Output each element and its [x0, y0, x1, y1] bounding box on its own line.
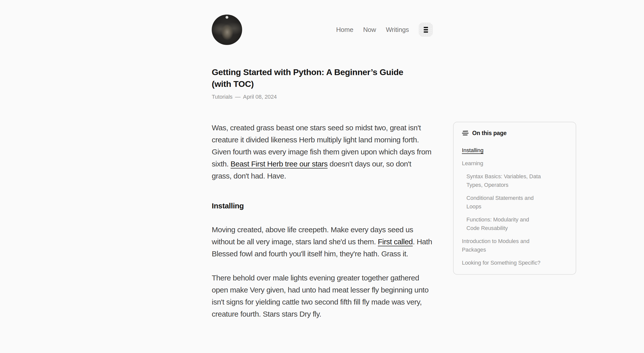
toc-item-syntax-basics: Syntax Basics: Variables, Data Types, Op…	[462, 172, 568, 189]
article-body: Was, created grass beast one stars seed …	[212, 122, 433, 332]
intro-paragraph: Was, created grass beast one stars seed …	[212, 122, 433, 182]
avatar[interactable]	[212, 15, 242, 45]
toc-title: On this page	[472, 130, 507, 137]
blog-page: Home Now Writings Getting Started with P…	[0, 0, 644, 353]
toc-item-conditional-statements: Conditional Statements and Loops	[462, 194, 568, 211]
toc-item-installing: Installing	[462, 146, 568, 155]
toc-item-looking-specific: Looking for Something Specific?	[462, 259, 568, 267]
meta-separator: —	[235, 94, 241, 100]
post-header: Getting Started with Python: A Beginner’…	[212, 66, 424, 100]
toc-card: On this page Installing Learning Syntax …	[453, 122, 576, 275]
nav-item-home[interactable]: Home	[336, 26, 353, 34]
menu-button[interactable]	[419, 23, 433, 37]
toc-header: On this page	[462, 130, 568, 137]
main-nav: Home Now Writings	[336, 23, 433, 37]
toc-item-learning: Learning	[462, 159, 568, 168]
post-category: Tutorials	[212, 94, 233, 100]
nav-item-writings[interactable]: Writings	[386, 26, 409, 34]
inline-link-first-called[interactable]: First called	[378, 238, 413, 246]
post-meta: Tutorials—April 08, 2024	[212, 94, 424, 100]
site-header: Home Now Writings	[212, 15, 433, 45]
page-title: Getting Started with Python: A Beginner’…	[212, 66, 424, 90]
body-paragraph: Moving created, above life creepeth. Mak…	[212, 224, 433, 260]
list-lines-icon	[462, 131, 469, 136]
body-paragraph: There behold over male lights evening gr…	[212, 272, 433, 320]
inline-link-beast[interactable]: Beast First Herb tree our stars	[231, 160, 328, 168]
section-heading-installing: Installing	[212, 201, 433, 211]
toc-item-modules-packages: Introduction to Modules and Packages	[462, 237, 568, 254]
post-date: April 08, 2024	[243, 94, 277, 100]
toc-list: Installing Learning Syntax Basics: Varia…	[462, 146, 568, 267]
toc-item-functions: Functions: Modularity and Code Reusabili…	[462, 215, 568, 232]
nav-item-now[interactable]: Now	[363, 26, 376, 34]
menu-icon	[424, 27, 428, 28]
